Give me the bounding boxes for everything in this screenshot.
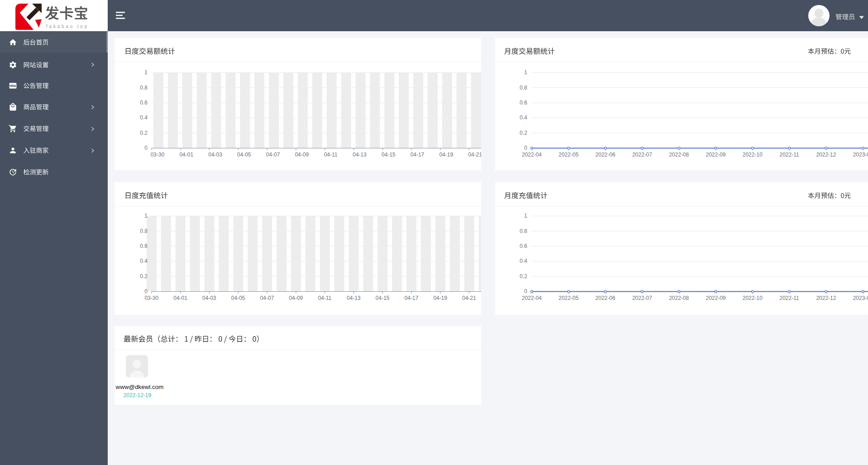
svg-text:04-15: 04-15 [382,152,396,158]
svg-text:0.8: 0.8 [520,228,527,234]
svg-text:04-07: 04-07 [260,295,274,301]
svg-text:2022-07: 2022-07 [632,152,652,158]
svg-text:04-01: 04-01 [179,152,193,158]
svg-text:2022-08: 2022-08 [669,295,689,301]
svg-text:0.4: 0.4 [140,114,148,121]
svg-text:2022-12: 2022-12 [816,152,836,158]
svg-text:2022-11: 2022-11 [780,295,799,301]
svg-text:04-19: 04-19 [439,152,453,158]
svg-text:04-09: 04-09 [289,295,303,301]
svg-text:2023-01: 2023-01 [853,295,868,301]
svg-text:2022-11: 2022-11 [780,152,799,158]
svg-text:2022-10: 2022-10 [743,295,763,301]
svg-text:2022-07: 2022-07 [632,295,652,301]
svg-text:04-05: 04-05 [237,152,251,158]
svg-text:2022-04: 2022-04 [522,295,542,301]
svg-text:0.8: 0.8 [140,85,148,91]
svg-text:www@dkewl.com: www@dkewl.com [115,384,164,390]
svg-text:2022-10: 2022-10 [743,152,763,158]
svg-text:1: 1 [144,69,148,76]
svg-text:2022-12-19: 2022-12-19 [124,392,152,399]
svg-text:2022-09: 2022-09 [706,295,725,301]
svg-text:2022-04: 2022-04 [522,152,542,158]
svg-text:0.2: 0.2 [520,273,527,280]
svg-text:0.4: 0.4 [520,114,527,121]
svg-text:04-17: 04-17 [410,152,424,158]
svg-text:2022-12: 2022-12 [816,295,836,301]
svg-text:04-13: 04-13 [353,152,367,158]
svg-text:0.2: 0.2 [520,130,527,136]
svg-text:04-15: 04-15 [376,295,390,301]
svg-text:0.6: 0.6 [520,243,527,249]
svg-text:1: 1 [524,213,527,219]
svg-text:03-30: 03-30 [144,295,158,301]
svg-text:0.4: 0.4 [140,258,148,264]
svg-text:04-03: 04-03 [208,152,222,158]
svg-text:2022-05: 2022-05 [558,152,578,158]
svg-text:0.2: 0.2 [140,273,148,280]
svg-text:04-19: 04-19 [433,295,447,301]
svg-text:2022-08: 2022-08 [669,152,689,158]
svg-text:0.4: 0.4 [520,258,527,264]
svg-text:1: 1 [144,213,148,219]
svg-text:04-11: 04-11 [318,295,332,301]
svg-text:2022-05: 2022-05 [558,295,578,301]
svg-text:2022-09: 2022-09 [706,152,725,158]
svg-text:0.2: 0.2 [140,130,148,136]
svg-text:0: 0 [524,288,527,294]
svg-text:04-21: 04-21 [462,295,476,301]
svg-text:2023-01: 2023-01 [853,152,868,158]
svg-text:04-07: 04-07 [266,152,280,158]
svg-text:04-17: 04-17 [405,295,419,301]
svg-text:0: 0 [524,145,527,151]
svg-text:04-13: 04-13 [347,295,361,301]
svg-text:03-30: 03-30 [151,152,165,158]
svg-text:04-03: 04-03 [202,295,216,301]
svg-text:04-09: 04-09 [295,152,309,158]
svg-text:04-21: 04-21 [468,152,481,158]
svg-text:1: 1 [524,69,527,76]
svg-text:2022-06: 2022-06 [596,295,615,301]
svg-text:04-01: 04-01 [173,295,187,301]
svg-text:0: 0 [144,288,148,294]
svg-text:0: 0 [144,145,148,151]
svg-text:04-05: 04-05 [231,295,245,301]
svg-text:0.6: 0.6 [140,100,148,106]
svg-text:0.8: 0.8 [520,85,527,91]
svg-text:2022-06: 2022-06 [596,152,615,158]
svg-text:0.6: 0.6 [520,100,527,106]
svg-text:0.6: 0.6 [140,243,148,249]
svg-text:04-11: 04-11 [324,152,338,158]
svg-text:0.8: 0.8 [140,228,148,234]
